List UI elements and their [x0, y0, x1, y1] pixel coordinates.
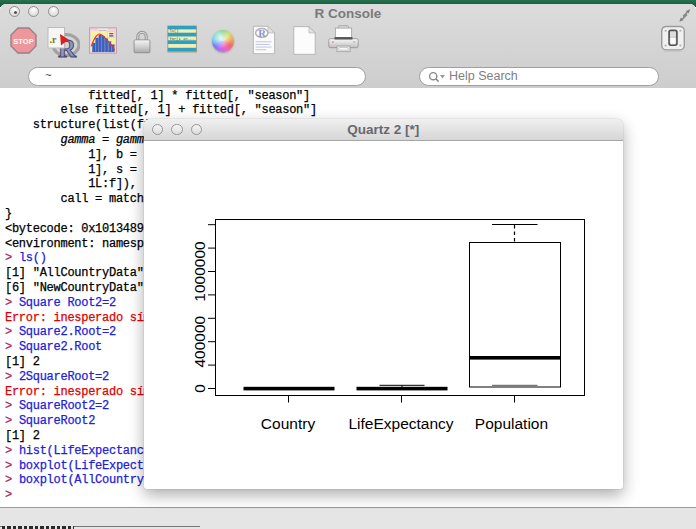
svg-text:.r: .r: [50, 34, 58, 45]
svg-text:LifeExpectancy: LifeExpectancy: [348, 415, 453, 432]
svg-text:Country: Country: [261, 415, 316, 432]
svg-text:R: R: [258, 28, 266, 39]
svg-text:400000: 400000: [191, 315, 208, 367]
svg-text:0: 0: [191, 384, 208, 393]
svg-text:STOP: STOP: [13, 37, 33, 46]
svg-text:ls(): ls(): [170, 29, 179, 33]
svg-text:1000000: 1000000: [191, 241, 208, 302]
svg-text:Population: Population: [475, 415, 548, 432]
svg-text:for(i in...: for(i in...: [170, 37, 195, 41]
svg-text:Density: Density: [99, 29, 108, 32]
